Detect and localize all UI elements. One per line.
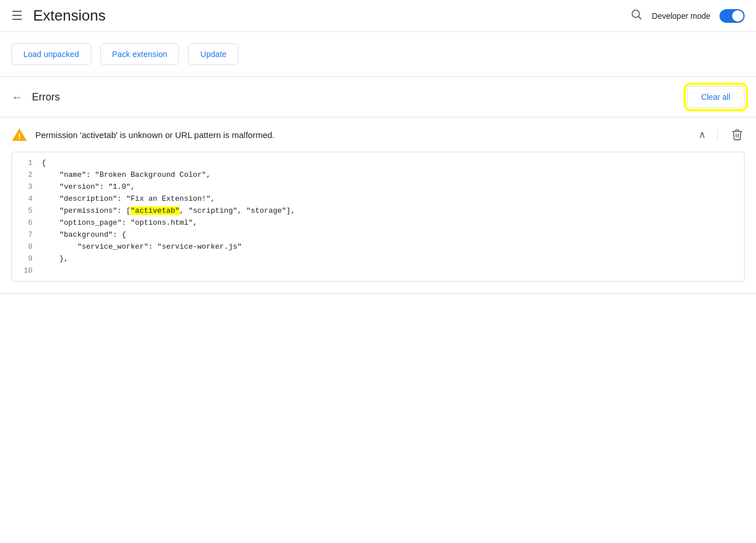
toggle-knob xyxy=(732,10,743,22)
pack-extension-button[interactable]: Pack extension xyxy=(100,43,180,65)
code-line-highlighted: 5 "permissions": ["activetab", "scriptin… xyxy=(12,205,744,217)
errors-title: Errors xyxy=(32,91,687,103)
svg-point-0 xyxy=(632,10,640,18)
load-unpacked-button[interactable]: Load unpacked xyxy=(11,43,91,65)
error-message: Permission 'activetab' is unknown or URL… xyxy=(35,130,698,140)
trash-icon xyxy=(731,128,743,141)
delete-error-button[interactable] xyxy=(717,128,745,141)
page-title: Extensions xyxy=(33,7,630,25)
header: ☰ Extensions Developer mode xyxy=(0,0,756,32)
clear-all-button[interactable]: Clear all xyxy=(687,86,745,108)
code-block: 1 { 2 "name": "Broken Background Color",… xyxy=(11,152,745,282)
code-line: 4 "description": "Fix an Extension!", xyxy=(12,193,744,205)
error-item-header: ! Permission 'activetab' is unknown or U… xyxy=(0,117,756,152)
code-line: 9 }, xyxy=(12,253,744,265)
collapse-icon[interactable]: ∧ xyxy=(698,128,706,141)
back-arrow-icon[interactable]: ← xyxy=(11,91,23,104)
menu-icon[interactable]: ☰ xyxy=(11,10,23,22)
toolbar: Load unpacked Pack extension Update xyxy=(0,32,756,77)
highlighted-text: "activetab" xyxy=(131,206,180,215)
developer-mode-label: Developer mode xyxy=(652,11,710,21)
code-line: 6 "options_page": "options.html", xyxy=(12,217,744,229)
warning-icon: ! xyxy=(11,127,27,143)
search-icon[interactable] xyxy=(630,8,643,23)
developer-mode-toggle[interactable] xyxy=(720,9,745,23)
code-line: 7 "background": { xyxy=(12,229,744,241)
code-line: 10 xyxy=(12,265,744,277)
errors-header: ← Errors Clear all xyxy=(0,77,756,117)
code-line: 1 { xyxy=(12,157,744,169)
error-item: ! Permission 'activetab' is unknown or U… xyxy=(0,117,756,294)
code-line: 2 "name": "Broken Background Color", xyxy=(12,169,744,181)
code-line: 3 "version": "1.0", xyxy=(12,181,744,193)
svg-text:!: ! xyxy=(18,132,21,141)
update-button[interactable]: Update xyxy=(188,43,238,65)
code-line: 8 "service_worker": "service-worker.js" xyxy=(12,241,744,253)
svg-line-1 xyxy=(639,17,641,19)
header-right: Developer mode xyxy=(630,8,745,23)
